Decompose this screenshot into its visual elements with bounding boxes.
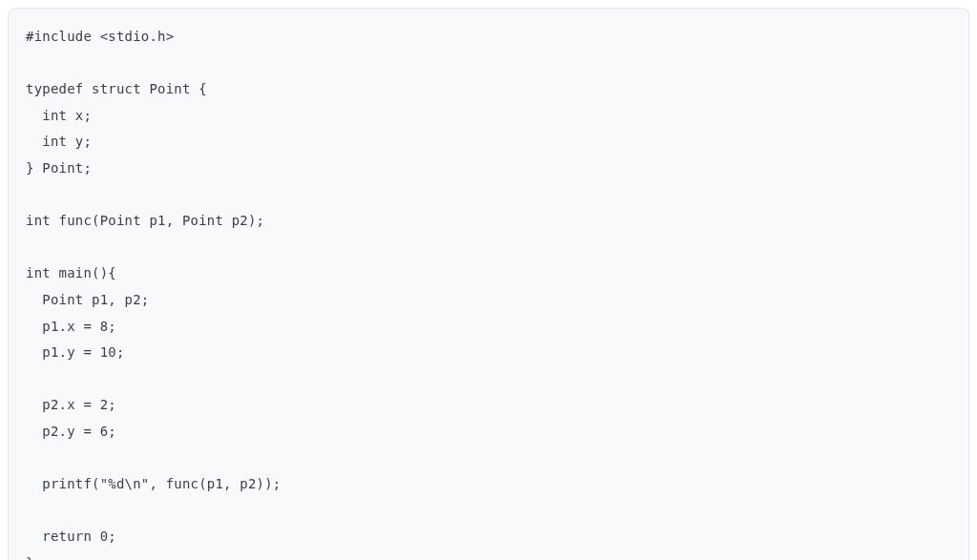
- code-block: #include <stdio.h> typedef struct Point …: [26, 24, 951, 560]
- code-container: #include <stdio.h> typedef struct Point …: [8, 8, 969, 560]
- code-content: #include <stdio.h> typedef struct Point …: [26, 29, 281, 560]
